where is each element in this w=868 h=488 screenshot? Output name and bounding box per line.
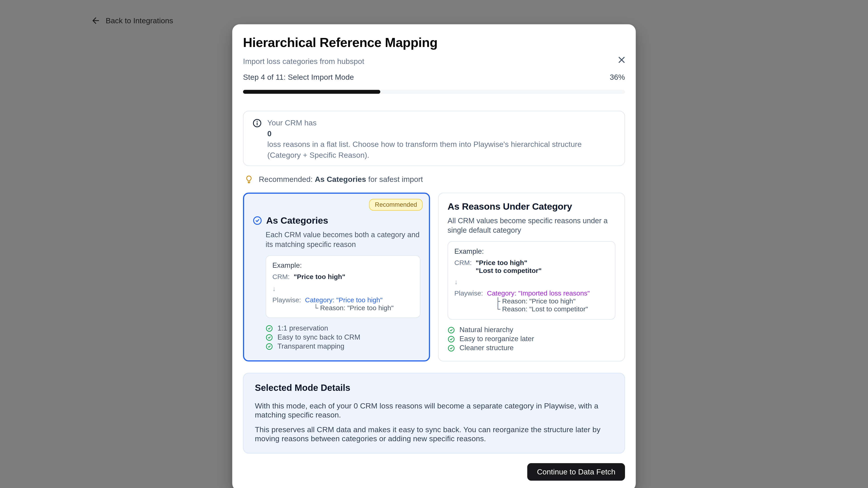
crm-value: "Price too high" (293, 273, 345, 281)
playwise-reason: └ Reason: "Price too high" (305, 304, 394, 312)
playwise-reason: └ Reason: "Lost to competitor" (487, 306, 590, 313)
check-circle-icon (447, 326, 455, 334)
benefit-item: Transparent mapping (266, 343, 421, 350)
crm-label: CRM: (272, 273, 290, 281)
progress-percent: 36% (610, 72, 625, 83)
benefit-label: Easy to sync back to CRM (278, 334, 360, 341)
close-icon (618, 56, 626, 64)
example-box: Example: CRM: "Price too high" ↓ Playwis… (266, 255, 421, 318)
benefit-label: Easy to reorganize later (460, 335, 534, 343)
crm-info-line2: loss reasons in a flat list. Choose how … (268, 139, 616, 160)
recommendation-row: Recommended: As Categories for safest im… (243, 175, 625, 184)
card-title: As Categories (266, 215, 328, 226)
step-label: Step 4 of 11: Select Import Mode (243, 72, 354, 83)
selected-check-icon (253, 216, 262, 225)
back-arrow-icon (91, 16, 101, 26)
info-icon (253, 119, 262, 160)
details-title: Selected Mode Details (255, 382, 613, 393)
example-box: Example: CRM: "Price too high" "Lost to … (447, 241, 616, 320)
back-link-label: Back to Integrations (106, 17, 173, 25)
benefit-item: Natural hierarchy (447, 326, 616, 334)
progress-fill (243, 90, 380, 94)
example-heading: Example: (272, 262, 414, 269)
modal-title: Hierarchical Reference Mapping (243, 35, 625, 51)
details-paragraph: This preserves all CRM data and makes it… (255, 425, 613, 444)
benefit-item: Cleaner structure (447, 344, 616, 352)
benefit-list: Natural hierarchy Easy to reorganize lat… (447, 326, 616, 352)
check-circle-icon (266, 334, 273, 341)
details-paragraph: With this mode, each of your 0 CRM loss … (255, 401, 613, 420)
check-circle-icon (266, 343, 273, 350)
continue-to-data-fetch-button[interactable]: Continue to Data Fetch (527, 463, 625, 481)
example-heading: Example: (454, 248, 609, 255)
close-button[interactable] (614, 53, 629, 67)
page: Back to Integrations Hierarchical Refere… (0, 0, 868, 488)
check-circle-icon (266, 325, 273, 332)
playwise-category: Category: "Price too high" (305, 296, 394, 304)
check-circle-icon (447, 344, 455, 352)
crm-info-banner: Your CRM has 0 loss reasons in a flat li… (243, 111, 625, 166)
recommended-badge: Recommended (369, 199, 423, 211)
mode-card-as-categories[interactable]: Recommended As Categories Each CRM value… (243, 193, 430, 361)
modal-subtitle: Import loss categories from hubspot (243, 56, 625, 67)
crm-value: "Lost to competitor" (475, 267, 541, 274)
card-header: As Categories (253, 215, 421, 226)
import-mode-options: Recommended As Categories Each CRM value… (243, 193, 625, 361)
import-wizard-modal: Hierarchical Reference Mapping Import lo… (232, 24, 636, 488)
step-row: Step 4 of 11: Select Import Mode 36% (243, 72, 625, 83)
playwise-label: Playwise: (454, 290, 483, 313)
benefit-label: Transparent mapping (278, 343, 344, 350)
recommendation-highlight: As Categories (315, 175, 366, 184)
benefit-label: 1:1 preservation (278, 325, 328, 332)
selected-mode-details-panel: Selected Mode Details With this mode, ea… (243, 372, 625, 453)
progress-bar (243, 90, 625, 94)
modal-footer: Continue to Data Fetch (243, 463, 625, 481)
transform-arrow: ↓ (272, 285, 414, 292)
card-body: Each CRM value becomes both a category a… (266, 230, 421, 350)
benefit-item: 1:1 preservation (266, 325, 421, 332)
card-title: As Reasons Under Category (447, 201, 572, 212)
benefit-list: 1:1 preservation Easy to sync back to CR… (266, 325, 421, 350)
crm-info-line1: Your CRM has (268, 118, 616, 128)
playwise-label: Playwise: (272, 296, 301, 312)
card-body: All CRM values become specific reasons u… (447, 217, 616, 352)
card-description: All CRM values become specific reasons u… (447, 217, 616, 235)
transform-arrow: ↓ (454, 279, 609, 286)
benefit-item: Easy to reorganize later (447, 335, 616, 343)
crm-info-text: Your CRM has 0 loss reasons in a flat li… (268, 118, 616, 160)
crm-value: "Price too high" (475, 259, 541, 267)
benefit-label: Natural hierarchy (460, 326, 513, 334)
benefit-item: Easy to sync back to CRM (266, 334, 421, 341)
example-playwise-row: Playwise: Category: "Price too high" └ R… (272, 296, 414, 312)
mode-card-as-reasons-under-category[interactable]: As Reasons Under Category All CRM values… (438, 193, 625, 361)
lightbulb-icon (245, 175, 253, 184)
playwise-reason: ├ Reason: "Price too high" (487, 298, 590, 305)
check-circle-icon (447, 335, 455, 343)
recommendation-text: Recommended: As Categories for safest im… (259, 175, 423, 184)
example-playwise-row: Playwise: Category: "Imported loss reaso… (454, 290, 609, 313)
playwise-category: Category: "Imported loss reasons" (487, 290, 590, 297)
crm-reason-count: 0 (268, 128, 616, 139)
example-crm-row: CRM: "Price too high" (272, 273, 414, 281)
example-crm-row: CRM: "Price too high" "Lost to competito… (454, 259, 609, 275)
card-description: Each CRM value becomes both a category a… (266, 230, 421, 249)
crm-label: CRM: (454, 259, 472, 275)
card-header: As Reasons Under Category (447, 201, 616, 212)
benefit-label: Cleaner structure (460, 344, 514, 352)
back-to-integrations-link[interactable]: Back to Integrations (91, 16, 173, 26)
